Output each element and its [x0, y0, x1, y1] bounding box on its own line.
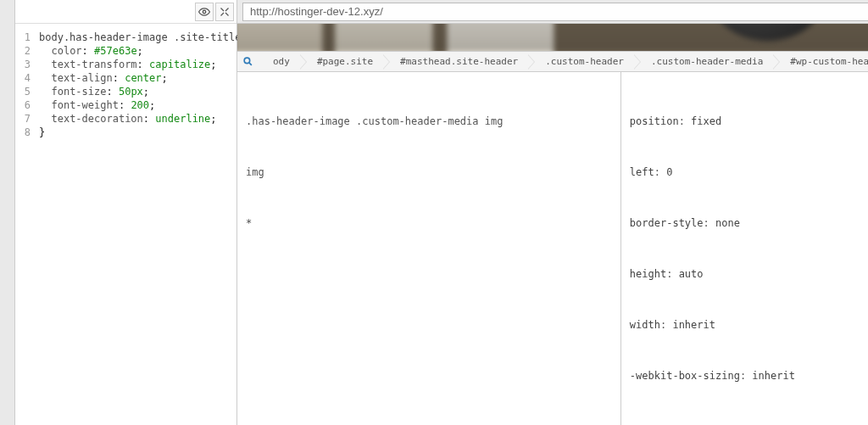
breadcrumb-node[interactable]: #page.site [302, 52, 385, 72]
devtools-inspector: ody #page.site #masthead.site-header .cu… [237, 51, 868, 425]
selector-row: img [246, 164, 612, 181]
fullscreen-toggle-button[interactable] [215, 3, 234, 21]
svg-point-1 [244, 58, 250, 64]
code-content: body.has-header-image .site-title a { co… [34, 24, 265, 425]
svg-point-0 [203, 10, 206, 14]
site-preview[interactable]: Test Account Just another WordPress site… [237, 24, 868, 51]
selector-row: * [246, 215, 612, 232]
url-input[interactable]: http://hostinger-dev-12.xyz/ [242, 3, 868, 21]
breadcrumb-node[interactable]: #masthead.site-header [385, 52, 530, 72]
preview-toggle-button[interactable] [195, 3, 214, 21]
url-bar-row: http://hostinger-dev-12.xyz/ [237, 0, 868, 24]
dom-breadcrumb: ody #page.site #masthead.site-header .cu… [237, 52, 868, 72]
eye-icon [198, 6, 210, 18]
line-gutter: 1 2 3 4 5 6 7 8 [15, 24, 34, 425]
selector-row: .has-header-image .custom-header-media i… [246, 113, 612, 130]
breadcrumb-node[interactable]: .custom-header-media [636, 52, 775, 72]
matched-selectors-panel[interactable]: .has-header-image .custom-header-media i… [237, 72, 621, 425]
css-code-editor[interactable]: 1 2 3 4 5 6 7 8 body.has-header-image .s… [15, 24, 236, 425]
breadcrumb-node[interactable]: .custom-header [530, 52, 636, 72]
breadcrumb-node[interactable]: ody [258, 52, 302, 72]
customizer-collapse-rail[interactable] [0, 0, 15, 425]
editor-toolbar [15, 0, 236, 24]
expand-icon [220, 7, 230, 17]
breadcrumb-node[interactable]: #wp-custom-header.wp-custom-header [775, 52, 868, 72]
inspect-search-icon[interactable] [237, 56, 258, 67]
header-image [237, 24, 868, 51]
css-editor-panel: 1 2 3 4 5 6 7 8 body.has-header-image .s… [15, 0, 237, 425]
computed-styles-panel[interactable]: position: fixed left: 0 border-style: no… [621, 72, 868, 425]
